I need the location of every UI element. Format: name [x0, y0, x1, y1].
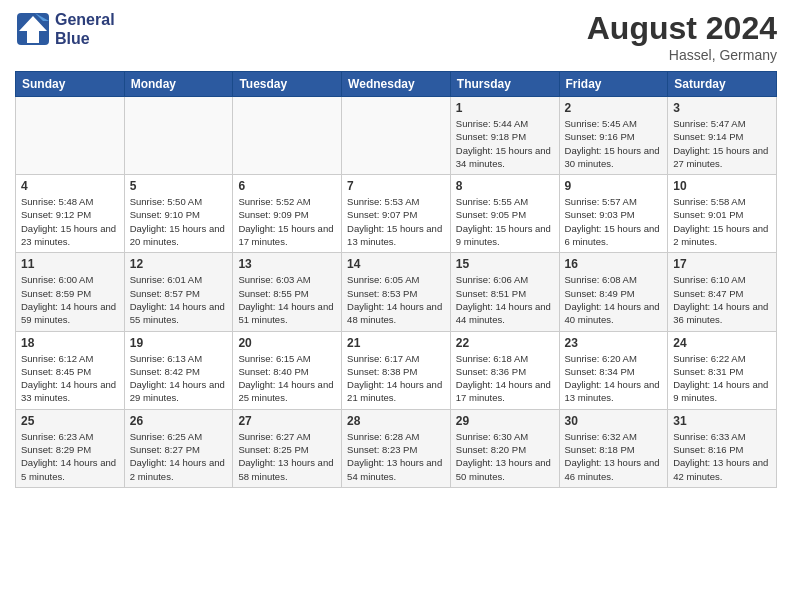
- day-info: Sunrise: 6:08 AMSunset: 8:49 PMDaylight:…: [565, 273, 663, 326]
- day-info: Sunrise: 5:50 AMSunset: 9:10 PMDaylight:…: [130, 195, 228, 248]
- calendar-cell: 23Sunrise: 6:20 AMSunset: 8:34 PMDayligh…: [559, 331, 668, 409]
- calendar-cell: [233, 97, 342, 175]
- day-info: Sunrise: 6:32 AMSunset: 8:18 PMDaylight:…: [565, 430, 663, 483]
- title-section: August 2024 Hassel, Germany: [587, 10, 777, 63]
- col-header-monday: Monday: [124, 72, 233, 97]
- day-info: Sunrise: 5:48 AMSunset: 9:12 PMDaylight:…: [21, 195, 119, 248]
- day-info: Sunrise: 6:20 AMSunset: 8:34 PMDaylight:…: [565, 352, 663, 405]
- day-number: 14: [347, 257, 445, 271]
- calendar-cell: 8Sunrise: 5:55 AMSunset: 9:05 PMDaylight…: [450, 175, 559, 253]
- calendar-cell: 12Sunrise: 6:01 AMSunset: 8:57 PMDayligh…: [124, 253, 233, 331]
- day-info: Sunrise: 6:12 AMSunset: 8:45 PMDaylight:…: [21, 352, 119, 405]
- week-row-2: 4Sunrise: 5:48 AMSunset: 9:12 PMDaylight…: [16, 175, 777, 253]
- day-number: 20: [238, 336, 336, 350]
- calendar-cell: 10Sunrise: 5:58 AMSunset: 9:01 PMDayligh…: [668, 175, 777, 253]
- header: General Blue August 2024 Hassel, Germany: [15, 10, 777, 63]
- calendar-cell: 11Sunrise: 6:00 AMSunset: 8:59 PMDayligh…: [16, 253, 125, 331]
- col-header-saturday: Saturday: [668, 72, 777, 97]
- day-info: Sunrise: 6:13 AMSunset: 8:42 PMDaylight:…: [130, 352, 228, 405]
- day-info: Sunrise: 6:22 AMSunset: 8:31 PMDaylight:…: [673, 352, 771, 405]
- day-info: Sunrise: 5:52 AMSunset: 9:09 PMDaylight:…: [238, 195, 336, 248]
- week-row-5: 25Sunrise: 6:23 AMSunset: 8:29 PMDayligh…: [16, 409, 777, 487]
- calendar-cell: 30Sunrise: 6:32 AMSunset: 8:18 PMDayligh…: [559, 409, 668, 487]
- day-number: 5: [130, 179, 228, 193]
- col-header-sunday: Sunday: [16, 72, 125, 97]
- calendar-cell: [342, 97, 451, 175]
- calendar-cell: 28Sunrise: 6:28 AMSunset: 8:23 PMDayligh…: [342, 409, 451, 487]
- day-number: 16: [565, 257, 663, 271]
- day-info: Sunrise: 5:44 AMSunset: 9:18 PMDaylight:…: [456, 117, 554, 170]
- calendar-cell: 22Sunrise: 6:18 AMSunset: 8:36 PMDayligh…: [450, 331, 559, 409]
- calendar-cell: 1Sunrise: 5:44 AMSunset: 9:18 PMDaylight…: [450, 97, 559, 175]
- day-info: Sunrise: 6:23 AMSunset: 8:29 PMDaylight:…: [21, 430, 119, 483]
- week-row-4: 18Sunrise: 6:12 AMSunset: 8:45 PMDayligh…: [16, 331, 777, 409]
- day-info: Sunrise: 6:06 AMSunset: 8:51 PMDaylight:…: [456, 273, 554, 326]
- day-info: Sunrise: 6:28 AMSunset: 8:23 PMDaylight:…: [347, 430, 445, 483]
- day-info: Sunrise: 6:30 AMSunset: 8:20 PMDaylight:…: [456, 430, 554, 483]
- week-row-3: 11Sunrise: 6:00 AMSunset: 8:59 PMDayligh…: [16, 253, 777, 331]
- logo-text: General Blue: [55, 10, 115, 48]
- calendar-cell: 26Sunrise: 6:25 AMSunset: 8:27 PMDayligh…: [124, 409, 233, 487]
- calendar-page: General Blue August 2024 Hassel, Germany…: [0, 0, 792, 612]
- week-row-1: 1Sunrise: 5:44 AMSunset: 9:18 PMDaylight…: [16, 97, 777, 175]
- day-number: 17: [673, 257, 771, 271]
- day-number: 8: [456, 179, 554, 193]
- calendar-cell: 2Sunrise: 5:45 AMSunset: 9:16 PMDaylight…: [559, 97, 668, 175]
- calendar-cell: 19Sunrise: 6:13 AMSunset: 8:42 PMDayligh…: [124, 331, 233, 409]
- day-info: Sunrise: 6:10 AMSunset: 8:47 PMDaylight:…: [673, 273, 771, 326]
- day-number: 28: [347, 414, 445, 428]
- day-number: 15: [456, 257, 554, 271]
- day-number: 27: [238, 414, 336, 428]
- day-number: 25: [21, 414, 119, 428]
- calendar-table: SundayMondayTuesdayWednesdayThursdayFrid…: [15, 71, 777, 488]
- day-info: Sunrise: 6:33 AMSunset: 8:16 PMDaylight:…: [673, 430, 771, 483]
- logo: General Blue: [15, 10, 115, 48]
- day-number: 18: [21, 336, 119, 350]
- calendar-cell: 4Sunrise: 5:48 AMSunset: 9:12 PMDaylight…: [16, 175, 125, 253]
- day-number: 31: [673, 414, 771, 428]
- calendar-cell: 14Sunrise: 6:05 AMSunset: 8:53 PMDayligh…: [342, 253, 451, 331]
- calendar-cell: 25Sunrise: 6:23 AMSunset: 8:29 PMDayligh…: [16, 409, 125, 487]
- day-info: Sunrise: 5:55 AMSunset: 9:05 PMDaylight:…: [456, 195, 554, 248]
- day-info: Sunrise: 5:47 AMSunset: 9:14 PMDaylight:…: [673, 117, 771, 170]
- col-header-thursday: Thursday: [450, 72, 559, 97]
- calendar-cell: 17Sunrise: 6:10 AMSunset: 8:47 PMDayligh…: [668, 253, 777, 331]
- col-header-friday: Friday: [559, 72, 668, 97]
- calendar-cell: 29Sunrise: 6:30 AMSunset: 8:20 PMDayligh…: [450, 409, 559, 487]
- location: Hassel, Germany: [587, 47, 777, 63]
- calendar-cell: 9Sunrise: 5:57 AMSunset: 9:03 PMDaylight…: [559, 175, 668, 253]
- day-number: 13: [238, 257, 336, 271]
- col-header-wednesday: Wednesday: [342, 72, 451, 97]
- day-number: 9: [565, 179, 663, 193]
- day-info: Sunrise: 5:58 AMSunset: 9:01 PMDaylight:…: [673, 195, 771, 248]
- day-info: Sunrise: 6:17 AMSunset: 8:38 PMDaylight:…: [347, 352, 445, 405]
- calendar-cell: 16Sunrise: 6:08 AMSunset: 8:49 PMDayligh…: [559, 253, 668, 331]
- day-info: Sunrise: 5:53 AMSunset: 9:07 PMDaylight:…: [347, 195, 445, 248]
- calendar-cell: 24Sunrise: 6:22 AMSunset: 8:31 PMDayligh…: [668, 331, 777, 409]
- day-number: 3: [673, 101, 771, 115]
- day-number: 21: [347, 336, 445, 350]
- day-info: Sunrise: 6:15 AMSunset: 8:40 PMDaylight:…: [238, 352, 336, 405]
- day-info: Sunrise: 6:03 AMSunset: 8:55 PMDaylight:…: [238, 273, 336, 326]
- month-year: August 2024: [587, 10, 777, 47]
- day-number: 10: [673, 179, 771, 193]
- calendar-cell: 7Sunrise: 5:53 AMSunset: 9:07 PMDaylight…: [342, 175, 451, 253]
- day-number: 19: [130, 336, 228, 350]
- day-number: 1: [456, 101, 554, 115]
- day-info: Sunrise: 6:18 AMSunset: 8:36 PMDaylight:…: [456, 352, 554, 405]
- day-info: Sunrise: 5:57 AMSunset: 9:03 PMDaylight:…: [565, 195, 663, 248]
- day-number: 6: [238, 179, 336, 193]
- day-info: Sunrise: 6:27 AMSunset: 8:25 PMDaylight:…: [238, 430, 336, 483]
- calendar-cell: 31Sunrise: 6:33 AMSunset: 8:16 PMDayligh…: [668, 409, 777, 487]
- day-number: 30: [565, 414, 663, 428]
- day-number: 29: [456, 414, 554, 428]
- calendar-cell: 3Sunrise: 5:47 AMSunset: 9:14 PMDaylight…: [668, 97, 777, 175]
- day-info: Sunrise: 6:25 AMSunset: 8:27 PMDaylight:…: [130, 430, 228, 483]
- day-number: 23: [565, 336, 663, 350]
- calendar-cell: 13Sunrise: 6:03 AMSunset: 8:55 PMDayligh…: [233, 253, 342, 331]
- col-header-tuesday: Tuesday: [233, 72, 342, 97]
- day-number: 24: [673, 336, 771, 350]
- calendar-cell: 6Sunrise: 5:52 AMSunset: 9:09 PMDaylight…: [233, 175, 342, 253]
- day-number: 12: [130, 257, 228, 271]
- calendar-cell: 5Sunrise: 5:50 AMSunset: 9:10 PMDaylight…: [124, 175, 233, 253]
